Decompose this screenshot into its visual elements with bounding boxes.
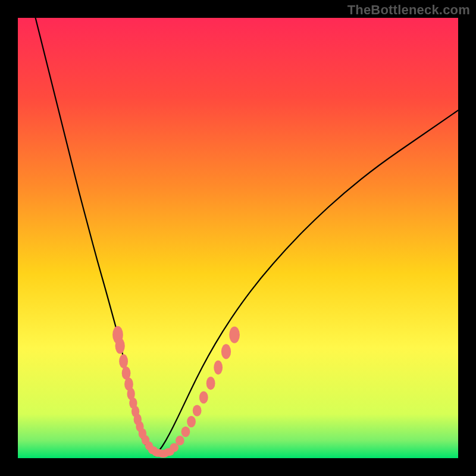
marker-dot: [193, 405, 202, 416]
marker-dot: [181, 427, 190, 437]
marker-dot: [187, 416, 196, 427]
marker-dot: [115, 338, 125, 354]
marker-dot: [199, 392, 208, 404]
chart-canvas: [0, 0, 476, 476]
stage: TheBottleneck.com: [0, 0, 476, 476]
marker-dot: [214, 361, 223, 375]
marker-dot: [119, 354, 128, 368]
marker-dot: [221, 344, 231, 359]
marker-dot: [206, 377, 215, 390]
marker-dot: [170, 443, 178, 452]
gradient-bg: [18, 18, 458, 458]
marker-dot: [176, 436, 184, 445]
marker-dot: [229, 327, 240, 343]
